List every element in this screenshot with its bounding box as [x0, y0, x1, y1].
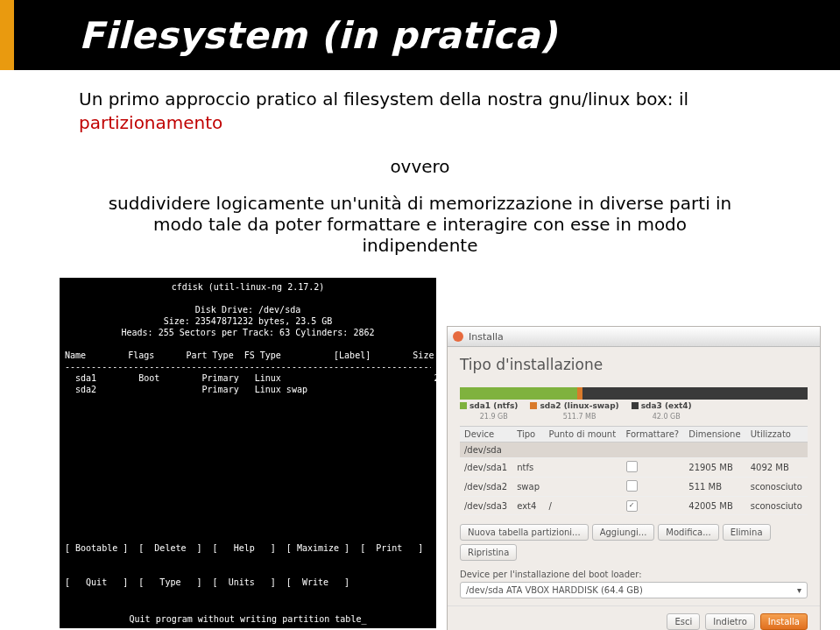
intro-accent: partizionamento: [79, 112, 222, 133]
cfdisk-dashes: ----------------------------------------…: [65, 361, 431, 372]
col-size: Dimensione: [684, 427, 745, 442]
table-row[interactable]: /dev/sda2swap 511 MBsconosciuto: [460, 478, 808, 497]
add-button[interactable]: Aggiungi...: [592, 524, 655, 541]
edit-button[interactable]: Modifica...: [658, 524, 718, 541]
partition-legend: sda1 (ntfs)21.9 GB sda2 (linux-swap)511.…: [460, 401, 808, 421]
legend-item: sda3 (ext4)42.0 GB: [632, 401, 692, 421]
cfdisk-menu-line2: [ Quit ] [ Type ] [ Units ] [ Write ]: [65, 577, 423, 588]
partition-toolbar: Nuova tabella partizioni... Aggiungi... …: [460, 524, 808, 561]
checkbox-icon[interactable]: [626, 461, 638, 472]
legend-item: sda1 (ntfs)21.9 GB: [460, 401, 518, 421]
back-button[interactable]: Indietro: [705, 613, 755, 630]
installer-window: Installa Tipo d'installazione sda1 (ntfs…: [447, 326, 821, 630]
cfdisk-menu-line1: [ Bootable ] [ Delete ] [ Help ] [ Maxim…: [65, 542, 423, 554]
table-row[interactable]: /dev/sda1ntfs 21905 MB4092 MB: [460, 458, 808, 478]
partition-bar: [460, 387, 808, 400]
chevron-down-icon: ▾: [797, 585, 801, 595]
table-row[interactable]: /dev/sda3ext4/ ✓ 42005 MBsconosciuto: [460, 497, 808, 515]
checkbox-icon[interactable]: [626, 480, 638, 492]
intro-paragraph: Un primo approccio pratico al filesystem…: [0, 70, 840, 135]
legend-item: sda2 (linux-swap)511.7 MB: [530, 401, 618, 421]
col-device: Device: [460, 427, 512, 442]
slide-header: Filesystem (in pratica): [0, 0, 840, 70]
bootloader-label: Device per l'installazione del boot load…: [460, 570, 808, 579]
new-table-button[interactable]: Nuova tabella partizioni...: [460, 524, 589, 541]
installer-titlebar: Installa: [448, 327, 820, 347]
cfdisk-row: sda2 Primary Linux swap 3536.88: [65, 384, 431, 395]
sub-paragraph: suddividere logicamente un'unità di memo…: [0, 193, 840, 256]
installer-heading: Tipo d'installazione: [460, 356, 808, 373]
cfdisk-size: Size: 23547871232 bytes, 23.5 GB: [65, 315, 431, 327]
installer-window-title: Installa: [469, 331, 504, 343]
col-mount: Punto di mount: [545, 427, 622, 442]
col-used: Utilizzato: [746, 427, 808, 442]
cfdisk-menu: [ Bootable ] [ Delete ] [ Help ] [ Maxim…: [65, 520, 423, 611]
bootloader-value: /dev/sda ATA VBOX HARDDISK (64.4 GB): [466, 585, 643, 595]
quit-button[interactable]: Esci: [667, 613, 700, 630]
bootloader-select[interactable]: /dev/sda ATA VBOX HARDDISK (64.4 GB) ▾: [460, 582, 808, 598]
col-type: Tipo: [512, 427, 544, 442]
install-button[interactable]: Installa: [760, 613, 808, 630]
checkbox-icon[interactable]: ✓: [626, 500, 638, 512]
slide-title: Filesystem (in pratica): [79, 14, 557, 57]
cfdisk-columns: Name Flags Part Type FS Type [Label] Siz…: [65, 350, 431, 361]
restore-button[interactable]: Ripristina: [460, 544, 517, 561]
intro-line1-pre: Un primo approccio pratico al filesystem…: [79, 88, 688, 110]
cfdisk-row: sda1 Boot Primary Linux 20003.89: [65, 372, 431, 384]
ovvero-label: ovvero: [0, 156, 840, 177]
cfdisk-title: cfdisk (util-linux-ng 2.17.2): [65, 281, 431, 293]
col-format: Formattare?: [622, 427, 685, 442]
table-row-group: /dev/sda: [460, 442, 808, 458]
cfdisk-terminal: cfdisk (util-linux-ng 2.17.2) Disk Drive…: [60, 278, 436, 628]
cfdisk-geom: Heads: 255 Sectors per Track: 63 Cylinde…: [65, 327, 431, 338]
partition-table: Device Tipo Punto di mount Formattare? D…: [460, 426, 808, 515]
cfdisk-status-msg: Quit program without writing partition t…: [60, 613, 436, 625]
close-icon[interactable]: [453, 331, 463, 342]
delete-button[interactable]: Elimina: [723, 524, 771, 541]
cfdisk-drive: Disk Drive: /dev/sda: [65, 304, 431, 315]
installer-footer: Esci Indietro Installa: [448, 605, 820, 630]
